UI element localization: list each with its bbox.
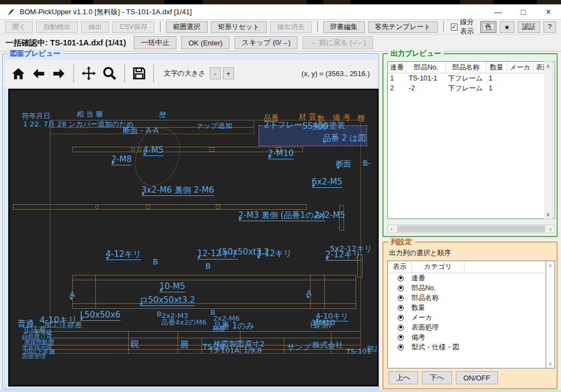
cad-annotation: 層 — [180, 341, 188, 350]
column-header[interactable]: 連番 — [388, 62, 407, 73]
column-header[interactable]: 数量 — [486, 62, 507, 73]
batch-cancel-button[interactable]: 一括中止 — [134, 36, 176, 49]
cad-drawing-canvas[interactable]: 符年月日相 当 層歴1 22. 7月 28 ンカバー追加のためァップ追加断面 -… — [8, 89, 379, 387]
column-header[interactable]: 部品No. — [407, 62, 446, 73]
column-item-row[interactable]: メーカ — [388, 313, 546, 322]
forward-arrow-icon[interactable] — [51, 66, 66, 81]
table-cell: 1 — [486, 74, 507, 82]
radio-on-icon[interactable] — [398, 275, 404, 281]
back-button[interactable]: ← 前に戻る (-/←) — [302, 36, 373, 49]
cad-annotation: B — [153, 258, 158, 266]
table-cell: -2 — [407, 84, 446, 92]
minimize-button[interactable]: — — [485, 4, 511, 19]
scroll-down-icon[interactable]: ∨ — [545, 211, 552, 217]
ok-button[interactable]: OK (Enter) — [181, 36, 230, 49]
output-table[interactable]: 連番部品No.部品名称数量メーカ表面1TS-101-1下フレーム12-2下フレー… — [387, 61, 555, 219]
scroll-down-icon[interactable]: ∨ — [547, 361, 554, 367]
title-bar: BOM-PickUpper v1.1.0 [無料版] - TS-101-1A.d… — [0, 4, 561, 20]
zoom-icon[interactable] — [102, 66, 117, 81]
column-list-scrollbar[interactable]: ∧ ∨ — [546, 261, 555, 368]
auth-button[interactable]: 認証 — [518, 21, 540, 33]
cad-annotation: B — [157, 310, 162, 318]
help-button[interactable]: ? — [543, 21, 556, 33]
radio-on-icon[interactable] — [398, 344, 404, 350]
column-header[interactable]: 部品名称 — [446, 62, 486, 73]
cad-annotation: 加工注容差 — [44, 321, 82, 329]
auto-detect-button[interactable]: 自動検出 — [36, 21, 78, 33]
extract-button[interactable]: 抽出 — [81, 21, 109, 33]
drawing-preview-legend: 図面プレビュー — [7, 49, 63, 59]
cad-line — [50, 331, 361, 332]
cursor-coordinates: (x, y) = (3563., 2516.) — [301, 70, 373, 78]
rect-reset-button[interactable]: 矩形リセット — [211, 21, 267, 33]
column-list[interactable]: 表示カテゴリ連番部品No.部品名称数量メーカ表面処理備考型式・仕様・図 — [387, 261, 546, 368]
column-list-header: 表示カテゴリ — [388, 261, 546, 273]
back-arrow-icon[interactable] — [31, 66, 46, 81]
scroll-up-icon[interactable]: ∧ — [545, 63, 552, 69]
output-table-vertical-scrollbar[interactable]: ∧ ∨ — [544, 61, 553, 219]
cad-annotation: 鋭 — [130, 339, 139, 349]
csv-save-button[interactable]: CSV保存 — [112, 21, 154, 33]
column-settings-legend: 列設定 — [388, 237, 415, 247]
checkbox-checked-icon[interactable]: ✓ — [451, 24, 457, 31]
toolbar-separator — [160, 21, 161, 32]
favorite-star-button[interactable]: ★ — [500, 21, 514, 33]
radio-on-icon[interactable] — [398, 315, 404, 321]
cad-annotation: L50x50x6 — [80, 311, 121, 321]
close-button[interactable]: × — [536, 4, 561, 19]
dictionary-edit-button[interactable]: 辞書編集 — [323, 21, 365, 33]
range-select-button[interactable]: 範囲選択 — [166, 21, 208, 33]
open-button[interactable]: 開く — [5, 21, 33, 33]
column-item-row[interactable]: 型式・仕様・図 — [388, 342, 546, 352]
cad-annotation: 断面 - A-A — [123, 126, 159, 135]
cad-annotation: 4-M5 — [143, 146, 163, 156]
radio-on-icon[interactable] — [398, 305, 404, 311]
skip-button[interactable]: スキップ (0/→) — [234, 36, 297, 49]
radio-on-icon[interactable] — [398, 295, 404, 301]
table-row[interactable]: 1TS-101-1下フレーム1 — [388, 73, 554, 83]
radio-on-icon[interactable] — [398, 335, 404, 341]
table-row[interactable]: 2-2下フレーム1 — [388, 83, 554, 93]
cad-rect — [131, 148, 135, 151]
column-item-label: 連番 — [411, 274, 425, 283]
cad-annotation: 塗装 — [329, 122, 345, 130]
column-item-label: メーカ — [411, 313, 432, 322]
cad-annotation: 2-M8 — [111, 155, 131, 165]
scroll-left-icon[interactable]: ‹ — [388, 226, 396, 232]
column-list-header-cell[interactable]: カテゴリ — [412, 261, 465, 273]
text-size-label: 文字の大きさ — [164, 69, 205, 78]
cad-annotation: 2x2-M5 — [314, 211, 345, 220]
radio-on-icon[interactable] — [398, 285, 404, 291]
cad-annotation: 1 22. 7月 28 ンカバー追加のため — [23, 120, 134, 128]
onoff-toggle-button[interactable]: ON/OFF — [456, 371, 498, 384]
output-table-horizontal-scrollbar[interactable]: ‹ › — [387, 224, 555, 233]
column-item-label: 表面処理 — [411, 323, 439, 332]
column-item-label: 部品No. — [411, 284, 436, 293]
column-item-row[interactable]: 表面処理 — [388, 322, 546, 332]
column-item-row[interactable]: 部品No. — [388, 283, 546, 293]
customer-template-button[interactable]: 客先テンプレート — [368, 21, 438, 33]
text-size-increase-button[interactable]: + — [223, 67, 234, 79]
text-size-decrease-button[interactable]: - — [210, 67, 221, 79]
scrollbar-thumb[interactable] — [397, 226, 545, 232]
home-icon[interactable] — [11, 66, 26, 81]
scroll-up-icon[interactable]: ∧ — [547, 262, 554, 268]
column-list-header-cell[interactable]: 表示 — [388, 261, 412, 273]
extract-clear-button[interactable]: 抽出消去 — [270, 21, 312, 33]
save-image-icon[interactable] — [132, 66, 146, 80]
line-display-checkbox-group[interactable]: ✓ 線分表示 — [451, 18, 476, 36]
scroll-right-icon[interactable]: › — [547, 226, 554, 232]
column-item-row[interactable]: 備考 — [388, 332, 546, 342]
cad-annotation: 株式会社 — [312, 341, 343, 349]
column-item-row[interactable]: 連番 — [388, 273, 546, 283]
column-item-row[interactable]: 数量 — [388, 303, 546, 313]
maximize-button[interactable]: □ — [511, 4, 536, 19]
column-item-row[interactable]: 部品名称 — [388, 293, 546, 303]
color-button[interactable]: 色 — [480, 21, 496, 33]
column-header[interactable]: メーカ — [507, 62, 534, 73]
cad-annotation: 2-M3 裏側 (品番1のみ) — [238, 211, 325, 221]
radio-on-icon[interactable] — [398, 325, 404, 331]
move-up-button[interactable]: 上へ — [388, 371, 418, 384]
pan-move-icon[interactable] — [81, 66, 96, 81]
move-down-button[interactable]: 下へ — [422, 371, 451, 384]
